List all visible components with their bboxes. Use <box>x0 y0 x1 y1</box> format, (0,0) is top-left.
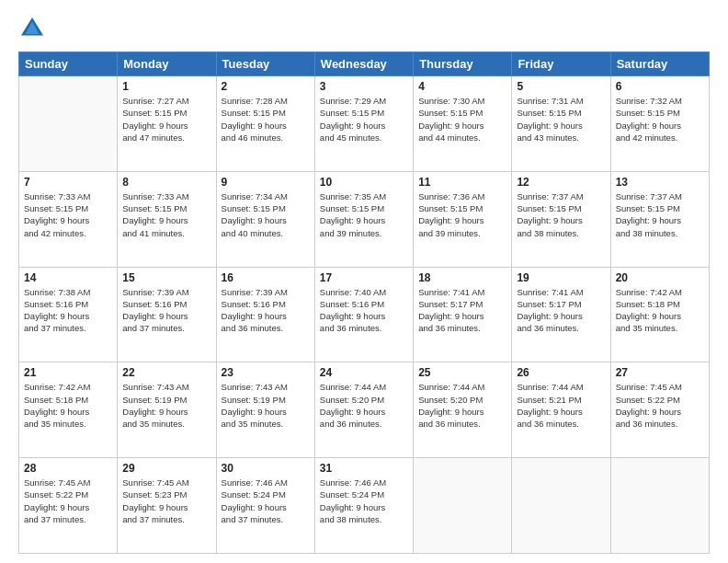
day-number: 8 <box>122 176 210 189</box>
calendar-cell <box>512 458 610 554</box>
day-number: 10 <box>320 176 408 189</box>
day-header-friday: Friday <box>512 52 610 76</box>
day-number: 31 <box>320 462 408 475</box>
day-number: 14 <box>24 271 112 284</box>
calendar-cell: 27Sunrise: 7:45 AM Sunset: 5:22 PM Dayli… <box>610 362 709 458</box>
day-number: 9 <box>222 176 310 189</box>
header <box>18 15 710 42</box>
calendar-cell: 17Sunrise: 7:40 AM Sunset: 5:16 PM Dayli… <box>314 267 413 362</box>
day-header-wednesday: Wednesday <box>314 52 413 76</box>
calendar-cell: 6Sunrise: 7:32 AM Sunset: 5:15 PM Daylig… <box>610 76 709 172</box>
day-info: Sunrise: 7:27 AM Sunset: 5:15 PM Dayligh… <box>122 95 210 144</box>
calendar-cell: 30Sunrise: 7:46 AM Sunset: 5:24 PM Dayli… <box>216 458 314 554</box>
week-row-4: 28Sunrise: 7:45 AM Sunset: 5:22 PM Dayli… <box>19 458 710 554</box>
day-info: Sunrise: 7:29 AM Sunset: 5:15 PM Dayligh… <box>320 95 408 144</box>
day-header-thursday: Thursday <box>414 52 512 76</box>
day-info: Sunrise: 7:28 AM Sunset: 5:15 PM Dayligh… <box>222 95 310 144</box>
calendar-cell: 20Sunrise: 7:42 AM Sunset: 5:18 PM Dayli… <box>610 267 709 362</box>
day-info: Sunrise: 7:37 AM Sunset: 5:15 PM Dayligh… <box>517 190 605 239</box>
day-number: 26 <box>517 366 605 379</box>
calendar-cell: 10Sunrise: 7:35 AM Sunset: 5:15 PM Dayli… <box>314 171 413 267</box>
day-info: Sunrise: 7:44 AM Sunset: 5:20 PM Dayligh… <box>418 381 506 430</box>
calendar-cell: 28Sunrise: 7:45 AM Sunset: 5:22 PM Dayli… <box>19 458 118 554</box>
day-info: Sunrise: 7:39 AM Sunset: 5:16 PM Dayligh… <box>122 286 210 335</box>
day-info: Sunrise: 7:45 AM Sunset: 5:23 PM Dayligh… <box>122 477 210 525</box>
calendar-cell: 23Sunrise: 7:43 AM Sunset: 5:19 PM Dayli… <box>216 362 314 458</box>
logo-icon <box>18 15 46 42</box>
day-number: 1 <box>122 80 210 93</box>
day-number: 27 <box>616 366 704 379</box>
day-info: Sunrise: 7:30 AM Sunset: 5:15 PM Dayligh… <box>418 95 506 144</box>
day-number: 11 <box>418 176 506 189</box>
day-number: 7 <box>24 176 112 189</box>
day-info: Sunrise: 7:45 AM Sunset: 5:22 PM Dayligh… <box>616 381 704 430</box>
calendar-cell: 11Sunrise: 7:36 AM Sunset: 5:15 PM Dayli… <box>414 171 512 267</box>
day-number: 25 <box>418 366 506 379</box>
day-number: 2 <box>222 80 310 93</box>
day-number: 20 <box>616 271 704 284</box>
day-info: Sunrise: 7:39 AM Sunset: 5:16 PM Dayligh… <box>222 286 310 335</box>
day-info: Sunrise: 7:38 AM Sunset: 5:16 PM Dayligh… <box>24 286 112 335</box>
day-info: Sunrise: 7:33 AM Sunset: 5:15 PM Dayligh… <box>24 190 112 239</box>
calendar-cell: 25Sunrise: 7:44 AM Sunset: 5:20 PM Dayli… <box>414 362 512 458</box>
calendar-cell: 14Sunrise: 7:38 AM Sunset: 5:16 PM Dayli… <box>19 267 118 362</box>
calendar-cell <box>610 458 709 554</box>
day-number: 29 <box>122 462 210 475</box>
week-row-3: 21Sunrise: 7:42 AM Sunset: 5:18 PM Dayli… <box>19 362 710 458</box>
calendar-table: SundayMondayTuesdayWednesdayThursdayFrid… <box>18 52 710 554</box>
day-number: 6 <box>616 80 704 93</box>
day-number: 24 <box>320 366 408 379</box>
calendar-cell: 24Sunrise: 7:44 AM Sunset: 5:20 PM Dayli… <box>314 362 413 458</box>
day-number: 3 <box>320 80 408 93</box>
calendar-header-row: SundayMondayTuesdayWednesdayThursdayFrid… <box>19 52 710 76</box>
day-number: 5 <box>517 80 605 93</box>
day-info: Sunrise: 7:36 AM Sunset: 5:15 PM Dayligh… <box>418 190 506 239</box>
day-info: Sunrise: 7:43 AM Sunset: 5:19 PM Dayligh… <box>122 381 210 430</box>
day-number: 17 <box>320 271 408 284</box>
calendar-cell: 22Sunrise: 7:43 AM Sunset: 5:19 PM Dayli… <box>118 362 216 458</box>
calendar-cell: 15Sunrise: 7:39 AM Sunset: 5:16 PM Dayli… <box>118 267 216 362</box>
calendar-cell: 16Sunrise: 7:39 AM Sunset: 5:16 PM Dayli… <box>216 267 314 362</box>
day-info: Sunrise: 7:40 AM Sunset: 5:16 PM Dayligh… <box>320 286 408 335</box>
week-row-2: 14Sunrise: 7:38 AM Sunset: 5:16 PM Dayli… <box>19 267 710 362</box>
day-header-tuesday: Tuesday <box>216 52 314 76</box>
calendar-cell: 3Sunrise: 7:29 AM Sunset: 5:15 PM Daylig… <box>314 76 413 172</box>
day-header-monday: Monday <box>118 52 216 76</box>
day-header-sunday: Sunday <box>19 52 118 76</box>
page: SundayMondayTuesdayWednesdayThursdayFrid… <box>0 0 728 563</box>
day-number: 21 <box>24 366 112 379</box>
calendar-cell <box>19 76 118 172</box>
day-info: Sunrise: 7:45 AM Sunset: 5:22 PM Dayligh… <box>24 477 112 525</box>
day-info: Sunrise: 7:41 AM Sunset: 5:17 PM Dayligh… <box>418 286 506 335</box>
day-number: 30 <box>222 462 310 475</box>
day-info: Sunrise: 7:35 AM Sunset: 5:15 PM Dayligh… <box>320 190 408 239</box>
day-info: Sunrise: 7:46 AM Sunset: 5:24 PM Dayligh… <box>222 477 310 525</box>
day-number: 28 <box>24 462 112 475</box>
day-info: Sunrise: 7:31 AM Sunset: 5:15 PM Dayligh… <box>517 95 605 144</box>
day-number: 23 <box>222 366 310 379</box>
calendar-cell: 31Sunrise: 7:46 AM Sunset: 5:24 PM Dayli… <box>314 458 413 554</box>
day-info: Sunrise: 7:33 AM Sunset: 5:15 PM Dayligh… <box>122 190 210 239</box>
day-info: Sunrise: 7:42 AM Sunset: 5:18 PM Dayligh… <box>616 286 704 335</box>
calendar-cell: 26Sunrise: 7:44 AM Sunset: 5:21 PM Dayli… <box>512 362 610 458</box>
calendar-cell: 12Sunrise: 7:37 AM Sunset: 5:15 PM Dayli… <box>512 171 610 267</box>
calendar-cell: 19Sunrise: 7:41 AM Sunset: 5:17 PM Dayli… <box>512 267 610 362</box>
calendar-cell: 18Sunrise: 7:41 AM Sunset: 5:17 PM Dayli… <box>414 267 512 362</box>
calendar-cell <box>414 458 512 554</box>
day-info: Sunrise: 7:34 AM Sunset: 5:15 PM Dayligh… <box>222 190 310 239</box>
calendar-cell: 9Sunrise: 7:34 AM Sunset: 5:15 PM Daylig… <box>216 171 314 267</box>
calendar-cell: 2Sunrise: 7:28 AM Sunset: 5:15 PM Daylig… <box>216 76 314 172</box>
week-row-1: 7Sunrise: 7:33 AM Sunset: 5:15 PM Daylig… <box>19 171 710 267</box>
day-info: Sunrise: 7:32 AM Sunset: 5:15 PM Dayligh… <box>616 95 704 144</box>
day-info: Sunrise: 7:43 AM Sunset: 5:19 PM Dayligh… <box>222 381 310 430</box>
calendar-cell: 8Sunrise: 7:33 AM Sunset: 5:15 PM Daylig… <box>118 171 216 267</box>
day-header-saturday: Saturday <box>610 52 709 76</box>
logo <box>18 15 50 42</box>
day-number: 12 <box>517 176 605 189</box>
day-number: 15 <box>122 271 210 284</box>
calendar-cell: 7Sunrise: 7:33 AM Sunset: 5:15 PM Daylig… <box>19 171 118 267</box>
calendar-cell: 21Sunrise: 7:42 AM Sunset: 5:18 PM Dayli… <box>19 362 118 458</box>
day-info: Sunrise: 7:37 AM Sunset: 5:15 PM Dayligh… <box>616 190 704 239</box>
day-number: 18 <box>418 271 506 284</box>
calendar-cell: 1Sunrise: 7:27 AM Sunset: 5:15 PM Daylig… <box>118 76 216 172</box>
